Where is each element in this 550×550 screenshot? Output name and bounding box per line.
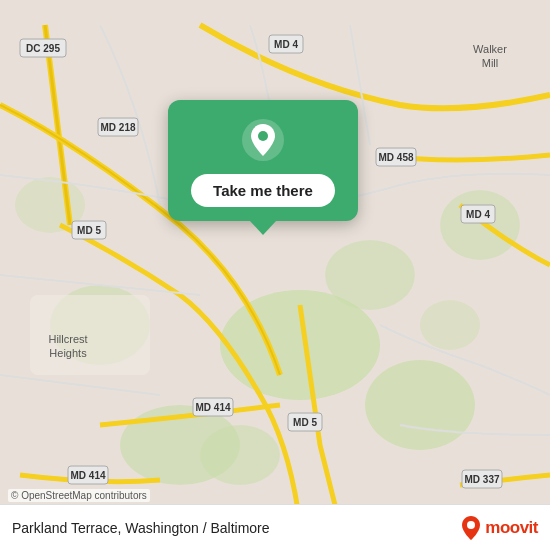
svg-text:MD 414: MD 414 [195,402,230,413]
svg-point-9 [420,300,480,350]
moovit-pin-icon [460,515,482,541]
svg-text:DC 295: DC 295 [26,43,60,54]
svg-point-6 [200,425,280,485]
svg-text:MD 414: MD 414 [70,470,105,481]
take-me-there-button[interactable]: Take me there [191,174,335,207]
svg-text:MD 458: MD 458 [378,152,413,163]
svg-text:Heights: Heights [49,347,87,359]
svg-point-7 [440,190,520,260]
location-pin-icon [241,118,285,162]
svg-text:MD 5: MD 5 [77,225,101,236]
osm-attribution: © OpenStreetMap contributors [8,489,150,502]
popup-card: Take me there [168,100,358,221]
svg-point-4 [325,240,415,310]
bottom-bar: Parkland Terrace, Washington / Baltimore… [0,504,550,550]
svg-text:MD 4: MD 4 [466,209,490,220]
svg-point-39 [467,521,475,529]
svg-text:Hillcrest: Hillcrest [48,333,87,345]
map-background: DC 295 MD 4 MD 218 MD 458 MD 4 MD 5 MD 5… [0,0,550,550]
svg-text:MD 4: MD 4 [274,39,298,50]
svg-text:Walker: Walker [473,43,507,55]
moovit-logo: moovit [460,515,538,541]
svg-text:MD 5: MD 5 [293,417,317,428]
svg-point-3 [365,360,475,450]
svg-point-38 [258,131,268,141]
map-container: DC 295 MD 4 MD 218 MD 458 MD 4 MD 5 MD 5… [0,0,550,550]
location-name: Parkland Terrace, Washington / Baltimore [12,520,270,536]
moovit-text: moovit [485,518,538,538]
svg-text:Mill: Mill [482,57,499,69]
svg-text:MD 218: MD 218 [100,122,135,133]
svg-text:MD 337: MD 337 [464,474,499,485]
